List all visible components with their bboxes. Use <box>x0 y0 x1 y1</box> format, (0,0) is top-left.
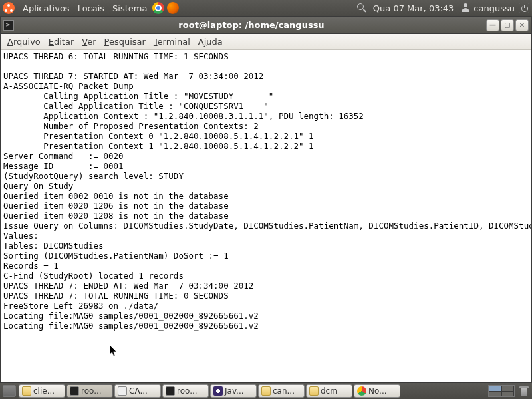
taskbar-item-label: No... <box>368 386 387 396</box>
taskbar-item[interactable]: can... <box>258 384 305 398</box>
menu-system[interactable]: Sistema <box>112 3 147 13</box>
taskbar-item[interactable]: Jav... <box>210 384 257 398</box>
close-button[interactable]: ✕ <box>515 19 529 31</box>
terminal-menubar: AArquivorquivo Editar Ver Pesquisar Term… <box>1 34 531 50</box>
clock-text[interactable]: Qua 07 Mar, 03:43 <box>373 3 454 13</box>
show-desktop-button[interactable] <box>3 385 16 397</box>
menu-places[interactable]: Locais <box>78 3 104 13</box>
taskbar-item-label: roo... <box>81 386 102 396</box>
taskbar-item-label: roo... <box>177 386 198 396</box>
gnome-top-panel: Aplicativos Locais Sistema Qua 07 Mar, 0… <box>0 0 532 16</box>
gedit-icon <box>118 386 127 396</box>
gnome-bottom-panel: clie...roo...CA...roo...Jav...can...dcmN… <box>0 383 532 399</box>
window-title: root@laptop: /home/cangussu <box>18 20 485 30</box>
ubuntu-logo-icon <box>3 2 15 14</box>
menu-terminal[interactable]: Terminal <box>154 37 190 47</box>
window-titlebar[interactable]: root@laptop: /home/cangussu — ▢ ✕ <box>1 17 531 34</box>
folder-icon <box>261 386 271 396</box>
taskbar-item[interactable]: No... <box>354 384 400 398</box>
trash-icon[interactable] <box>519 386 529 396</box>
taskbar-item-label: can... <box>273 386 295 396</box>
taskbar-item-label: CA... <box>129 386 148 396</box>
folder-icon <box>309 386 319 396</box>
term-icon <box>70 386 79 396</box>
eclipse-icon <box>213 386 223 396</box>
term-icon <box>166 386 175 396</box>
maximize-button[interactable]: ▢ <box>501 19 514 31</box>
taskbar-item[interactable]: roo... <box>162 384 209 398</box>
taskbar-item[interactable]: dcm <box>306 384 352 398</box>
taskbar-item[interactable]: CA... <box>114 384 161 398</box>
workspace-switcher[interactable] <box>488 385 515 397</box>
terminal-output[interactable]: UPACS THREAD 6: TOTAL RUNNING TIME: 1 SE… <box>1 50 531 382</box>
menu-ajuda[interactable]: Ajuda <box>198 37 223 47</box>
folder-icon <box>22 386 31 396</box>
taskbar-item-label: Jav... <box>225 386 244 396</box>
taskbar-item[interactable]: clie... <box>19 384 65 398</box>
minimize-button[interactable]: — <box>486 19 499 31</box>
chrome-icon <box>357 386 366 396</box>
menu-editar[interactable]: Editar <box>49 37 74 47</box>
power-icon[interactable] <box>519 3 529 13</box>
firefox-launcher-icon[interactable] <box>167 2 179 14</box>
search-icon[interactable] <box>357 3 366 13</box>
menu-ver[interactable]: Ver <box>82 37 96 47</box>
taskbar-item-label: clie... <box>33 386 55 396</box>
taskbar: clie...roo...CA...roo...Jav...can...dcmN… <box>19 384 485 398</box>
menu-arquivo[interactable]: AArquivorquivo <box>7 37 41 47</box>
terminal-app-icon <box>3 20 14 31</box>
username-label[interactable]: cangussu <box>473 3 515 13</box>
menu-applications[interactable]: Aplicativos <box>23 3 70 13</box>
chrome-launcher-icon[interactable] <box>152 2 164 14</box>
user-icon[interactable] <box>460 3 471 13</box>
taskbar-item-label: dcm <box>321 386 338 396</box>
taskbar-item[interactable]: roo... <box>66 384 113 398</box>
terminal-window: root@laptop: /home/cangussu — ▢ ✕ AArqui… <box>0 16 532 383</box>
menu-pesquisar[interactable]: Pesquisar <box>104 37 146 47</box>
